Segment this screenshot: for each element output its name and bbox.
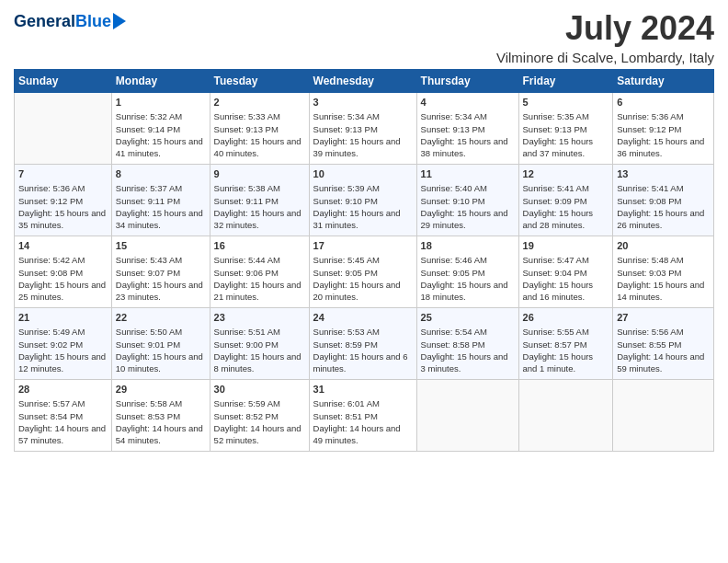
day-number: 11 xyxy=(421,167,515,181)
day-cell: 1Sunrise: 5:32 AMSunset: 9:14 PMDaylight… xyxy=(111,93,210,165)
sunset-text: Sunset: 9:11 PM xyxy=(214,196,279,206)
sunrise-text: Sunrise: 5:32 AM xyxy=(116,111,182,121)
daylight-text: Daylight: 15 hours and 34 minutes. xyxy=(116,208,203,230)
sunset-text: Sunset: 9:10 PM xyxy=(421,196,485,206)
daylight-text: Daylight: 15 hours and 14 minutes. xyxy=(617,280,704,302)
sunrise-text: Sunrise: 5:42 AM xyxy=(18,255,85,265)
day-cell: 15Sunrise: 5:43 AMSunset: 9:07 PMDayligh… xyxy=(111,236,210,308)
sunset-text: Sunset: 9:08 PM xyxy=(18,268,83,278)
day-number: 30 xyxy=(214,383,305,396)
day-cell: 30Sunrise: 5:59 AMSunset: 8:52 PMDayligh… xyxy=(210,380,309,452)
sunset-text: Sunset: 9:14 PM xyxy=(116,124,180,134)
weekday-header-monday: Monday xyxy=(111,70,210,93)
weekday-header-row: SundayMondayTuesdayWednesdayThursdayFrid… xyxy=(15,70,714,93)
daylight-text: Daylight: 14 hours and 54 minutes. xyxy=(116,423,203,445)
day-cell xyxy=(518,380,613,452)
logo-text: GeneralBlue xyxy=(14,13,111,29)
day-number: 25 xyxy=(421,311,515,325)
sunrise-text: Sunrise: 5:36 AM xyxy=(617,111,683,121)
header: GeneralBlue July 2024 Vilminore di Scalv… xyxy=(14,9,714,65)
sunrise-text: Sunrise: 5:55 AM xyxy=(523,327,589,337)
weekday-header-saturday: Saturday xyxy=(613,70,714,93)
day-cell: 11Sunrise: 5:40 AMSunset: 9:10 PMDayligh… xyxy=(416,165,518,236)
day-cell: 14Sunrise: 5:42 AMSunset: 9:08 PMDayligh… xyxy=(15,236,112,308)
sunset-text: Sunset: 8:51 PM xyxy=(313,411,378,421)
sunrise-text: Sunrise: 5:47 AM xyxy=(523,255,589,265)
sunrise-text: Sunrise: 5:59 AM xyxy=(214,398,280,408)
day-number: 15 xyxy=(116,239,206,253)
sunrise-text: Sunrise: 5:34 AM xyxy=(313,111,380,121)
sunrise-text: Sunrise: 5:38 AM xyxy=(214,183,280,193)
day-cell xyxy=(416,380,518,452)
sunrise-text: Sunrise: 5:34 AM xyxy=(421,111,487,121)
daylight-text: Daylight: 15 hours and 28 minutes. xyxy=(523,208,594,230)
day-cell: 3Sunrise: 5:34 AMSunset: 9:13 PMDaylight… xyxy=(309,93,416,165)
sunset-text: Sunset: 8:52 PM xyxy=(214,411,279,421)
day-cell: 20Sunrise: 5:48 AMSunset: 9:03 PMDayligh… xyxy=(613,236,714,308)
day-cell: 24Sunrise: 5:53 AMSunset: 8:59 PMDayligh… xyxy=(309,308,416,380)
calendar-container: GeneralBlue July 2024 Vilminore di Scalv… xyxy=(0,0,728,461)
day-cell: 8Sunrise: 5:37 AMSunset: 9:11 PMDaylight… xyxy=(111,165,210,236)
day-cell: 10Sunrise: 5:39 AMSunset: 9:10 PMDayligh… xyxy=(309,165,416,236)
daylight-text: Daylight: 15 hours and 32 minutes. xyxy=(214,208,301,230)
sunrise-text: Sunrise: 5:57 AM xyxy=(18,398,85,408)
day-cell: 23Sunrise: 5:51 AMSunset: 9:00 PMDayligh… xyxy=(210,308,309,380)
day-number: 27 xyxy=(617,311,710,325)
day-cell: 12Sunrise: 5:41 AMSunset: 9:09 PMDayligh… xyxy=(518,165,613,236)
day-number: 21 xyxy=(18,311,108,325)
sunset-text: Sunset: 9:10 PM xyxy=(313,196,378,206)
sunrise-text: Sunrise: 5:43 AM xyxy=(116,255,182,265)
sunset-text: Sunset: 9:13 PM xyxy=(523,124,587,134)
day-number: 28 xyxy=(18,383,108,396)
week-row-2: 14Sunrise: 5:42 AMSunset: 9:08 PMDayligh… xyxy=(15,236,714,308)
daylight-text: Daylight: 15 hours and 38 minutes. xyxy=(421,136,508,158)
weekday-header-tuesday: Tuesday xyxy=(210,70,309,93)
daylight-text: Daylight: 15 hours and 10 minutes. xyxy=(116,351,203,373)
daylight-text: Daylight: 15 hours and 12 minutes. xyxy=(18,351,106,373)
sunrise-text: Sunrise: 5:37 AM xyxy=(116,183,182,193)
day-number: 5 xyxy=(523,96,609,109)
sunset-text: Sunset: 8:54 PM xyxy=(18,411,83,421)
daylight-text: Daylight: 15 hours and 16 minutes. xyxy=(523,280,594,302)
week-row-0: 1Sunrise: 5:32 AMSunset: 9:14 PMDaylight… xyxy=(15,93,714,165)
weekday-header-wednesday: Wednesday xyxy=(309,70,416,93)
sunrise-text: Sunrise: 5:50 AM xyxy=(116,327,182,337)
day-cell: 4Sunrise: 5:34 AMSunset: 9:13 PMDaylight… xyxy=(416,93,518,165)
day-number: 6 xyxy=(617,96,710,109)
day-number: 1 xyxy=(116,96,206,109)
day-number: 14 xyxy=(18,239,108,253)
day-number: 12 xyxy=(523,167,609,181)
title-block: July 2024 Vilminore di Scalve, Lombardy,… xyxy=(496,9,714,65)
day-cell: 27Sunrise: 5:56 AMSunset: 8:55 PMDayligh… xyxy=(613,308,714,380)
sunset-text: Sunset: 9:13 PM xyxy=(214,124,279,134)
day-number: 2 xyxy=(214,96,305,109)
daylight-text: Daylight: 15 hours and 18 minutes. xyxy=(421,280,508,302)
day-cell: 25Sunrise: 5:54 AMSunset: 8:58 PMDayligh… xyxy=(416,308,518,380)
location: Vilminore di Scalve, Lombardy, Italy xyxy=(496,50,714,65)
day-number: 18 xyxy=(421,239,515,253)
daylight-text: Daylight: 15 hours and 3 minutes. xyxy=(421,351,508,373)
sunrise-text: Sunrise: 5:51 AM xyxy=(214,327,280,337)
day-cell: 17Sunrise: 5:45 AMSunset: 9:05 PMDayligh… xyxy=(309,236,416,308)
day-cell: 31Sunrise: 6:01 AMSunset: 8:51 PMDayligh… xyxy=(309,380,416,452)
day-cell: 2Sunrise: 5:33 AMSunset: 9:13 PMDaylight… xyxy=(210,93,309,165)
day-cell: 5Sunrise: 5:35 AMSunset: 9:13 PMDaylight… xyxy=(518,93,613,165)
daylight-text: Daylight: 15 hours and 39 minutes. xyxy=(313,136,401,158)
day-cell xyxy=(15,93,112,165)
day-cell: 16Sunrise: 5:44 AMSunset: 9:06 PMDayligh… xyxy=(210,236,309,308)
day-number: 3 xyxy=(313,96,413,109)
day-number: 31 xyxy=(313,383,413,396)
week-row-3: 21Sunrise: 5:49 AMSunset: 9:02 PMDayligh… xyxy=(15,308,714,380)
day-number: 9 xyxy=(214,167,305,181)
sunset-text: Sunset: 9:08 PM xyxy=(617,196,681,206)
sunset-text: Sunset: 9:01 PM xyxy=(116,339,180,350)
sunset-text: Sunset: 9:06 PM xyxy=(214,268,279,278)
sunset-text: Sunset: 8:55 PM xyxy=(617,339,681,350)
day-cell: 18Sunrise: 5:46 AMSunset: 9:05 PMDayligh… xyxy=(416,236,518,308)
sunrise-text: Sunrise: 5:36 AM xyxy=(18,183,85,193)
day-number: 13 xyxy=(617,167,710,181)
weekday-header-thursday: Thursday xyxy=(416,70,518,93)
daylight-text: Daylight: 15 hours and 8 minutes. xyxy=(214,351,301,373)
sunrise-text: Sunrise: 5:45 AM xyxy=(313,255,380,265)
sunset-text: Sunset: 9:03 PM xyxy=(617,268,681,278)
